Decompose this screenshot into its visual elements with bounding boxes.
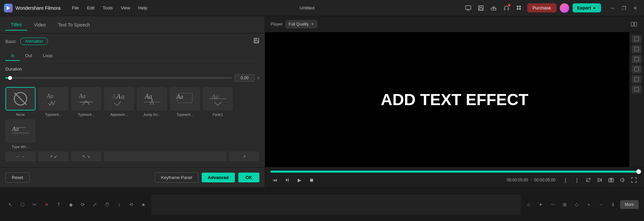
mark-tool[interactable]: ◆: [66, 200, 76, 210]
minimize-button[interactable]: ─: [608, 3, 617, 13]
effects-tool[interactable]: ★: [138, 200, 148, 210]
anim-item-none[interactable]: None: [5, 87, 36, 117]
reset-button[interactable]: Reset: [5, 172, 30, 183]
arrow-next4[interactable]: ↗: [229, 151, 259, 162]
audio-tool[interactable]: ♪: [114, 200, 124, 210]
anim-item-typewriter3[interactable]: Aa Typewrit...: [170, 87, 200, 117]
slider-thumb[interactable]: [8, 76, 12, 80]
sidebar-btn-2[interactable]: [632, 45, 642, 53]
waveform-tool[interactable]: 〰: [548, 200, 558, 210]
volume-button[interactable]: [618, 175, 627, 185]
keyframe-tool[interactable]: ◇: [572, 200, 582, 210]
arrow-next2[interactable]: ↖ ↘: [71, 151, 101, 162]
anim-tab-in[interactable]: In: [5, 50, 20, 61]
left-panel: Titles Video Text To Speech Basic Animat…: [0, 16, 265, 187]
tab-text-to-speech[interactable]: Text To Speech: [53, 19, 95, 30]
crop-button[interactable]: [584, 175, 593, 185]
progress-bar[interactable]: [270, 171, 639, 173]
delete-tool[interactable]: ✕: [42, 200, 52, 210]
cursor-tool[interactable]: ↖: [5, 200, 15, 210]
export-button[interactable]: Export: [573, 3, 601, 12]
menu-view[interactable]: View: [117, 4, 134, 12]
sidebar-btn-4[interactable]: [632, 65, 642, 73]
duration-slider[interactable]: [5, 77, 232, 79]
save-icon[interactable]: [476, 3, 486, 13]
sparkle-tool[interactable]: ✦: [536, 200, 546, 210]
anim-label-appearing: Appearin...: [110, 113, 128, 117]
arrow-next1[interactable]: ↗ ↙: [38, 151, 68, 162]
text-tool[interactable]: T: [54, 200, 64, 210]
ripple-tool[interactable]: ⟳: [78, 200, 88, 210]
sidebar-btn-3[interactable]: [632, 55, 642, 63]
main-layout: Titles Video Text To Speech Basic Animat…: [0, 16, 644, 187]
anim-thumb-jumpfrom: Aa: [137, 87, 167, 110]
menu-edit[interactable]: Edit: [84, 4, 98, 12]
anim-item-fade1[interactable]: Aa Fade1: [203, 87, 233, 117]
anim-item-jumpfrom[interactable]: Aa Jump fro...: [137, 87, 167, 117]
fullscreen-button[interactable]: [629, 175, 639, 185]
svg-text:A: A: [116, 93, 121, 100]
screenshot-button[interactable]: [606, 175, 616, 185]
duration-label: Duration: [5, 67, 259, 72]
play-button[interactable]: ▶: [295, 175, 304, 185]
close-button[interactable]: ✕: [631, 3, 640, 13]
avatar[interactable]: [560, 3, 569, 13]
step-back-button[interactable]: ⏮: [270, 175, 280, 185]
menu-tools[interactable]: Tools: [99, 4, 116, 12]
compare-icon[interactable]: [629, 19, 639, 29]
time-separator: /: [531, 178, 532, 182]
anim-item-typewriter2[interactable]: Aa Typewrit...: [71, 87, 101, 117]
anim-item-typewriter4[interactable]: Aa Type Wri...: [5, 119, 36, 149]
anim-item-typewriter1[interactable]: Aa Typewrit...: [38, 87, 68, 117]
sidebar-btn-1[interactable]: [632, 35, 642, 43]
monitor-icon[interactable]: [463, 3, 473, 13]
menu-help[interactable]: Help: [135, 4, 151, 12]
transform-tool[interactable]: ⤢: [90, 200, 100, 210]
purchase-button[interactable]: Purchase: [527, 3, 556, 12]
advanced-button[interactable]: Advanced: [202, 173, 235, 182]
save-preset-button[interactable]: [253, 38, 259, 45]
music-tool[interactable]: ♫: [524, 200, 534, 210]
player-label: Player: [270, 21, 283, 27]
timeline-view-tool[interactable]: ⊞: [560, 200, 570, 210]
tab-titles[interactable]: Titles: [5, 19, 27, 31]
slow-play-button[interactable]: [283, 175, 292, 185]
anim-item-appearing[interactable]: A A a Appearin...: [104, 87, 134, 117]
arrow-next3[interactable]: [104, 151, 227, 162]
tab-video[interactable]: Video: [29, 19, 51, 30]
mark-in-button[interactable]: {: [561, 175, 570, 185]
anim-tab-loop[interactable]: Loop: [38, 50, 58, 61]
cloud-upload-icon[interactable]: [489, 3, 498, 13]
maximize-button[interactable]: ❐: [619, 3, 629, 13]
headset-icon[interactable]: [502, 3, 511, 13]
motion-tool[interactable]: ⟲: [126, 200, 136, 210]
zoom-in-tool[interactable]: +: [584, 200, 594, 210]
keyframe-panel-button[interactable]: Keyframe Panel: [155, 172, 199, 183]
titlebar-right: Purchase Export ─ ❐ ✕: [463, 3, 640, 13]
anim-label-typewriter3: Typewrit...: [177, 113, 193, 117]
progress-thumb[interactable]: [636, 169, 641, 174]
selection-tool[interactable]: ⬡: [17, 200, 28, 210]
insert-button[interactable]: [595, 175, 604, 185]
quality-selector[interactable]: Full Quality: [286, 20, 317, 28]
sidebar-btn-5[interactable]: [632, 75, 642, 83]
zoom-out-tool[interactable]: −: [596, 200, 606, 210]
anim-tab-out[interactable]: Out: [20, 50, 38, 61]
animation-badge[interactable]: Animation: [20, 38, 48, 45]
stop-button[interactable]: ⏹: [307, 175, 316, 185]
speed-tool[interactable]: ⏱: [102, 200, 112, 210]
menu-file[interactable]: File: [68, 4, 82, 12]
player-header-right: [629, 19, 639, 29]
duration-value[interactable]: 0.00: [235, 74, 255, 82]
timeline-tools: ↖ ⬡ ✂ ✕ T ◆ ⟳ ⤢ ⏱ ♪ ⟲ ★: [5, 200, 148, 210]
sidebar-btn-6[interactable]: [632, 85, 642, 93]
anim-label-none: None: [16, 113, 25, 117]
arrow-prev[interactable]: ← →: [5, 151, 36, 162]
grid-icon[interactable]: [514, 3, 524, 13]
info-tool[interactable]: ℹ: [608, 200, 618, 210]
ok-button[interactable]: OK: [238, 173, 260, 182]
more-button[interactable]: More: [620, 200, 639, 209]
cut-tool[interactable]: ✂: [30, 200, 40, 210]
svg-rect-41: [635, 87, 639, 91]
mark-out-button[interactable]: }: [572, 175, 582, 185]
